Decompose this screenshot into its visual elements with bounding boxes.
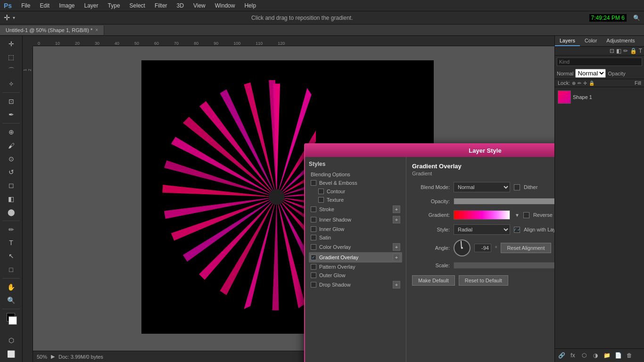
document-tab[interactable]: Untitled-1 @ 50% (Shape 1, RGB/8) * × [0,25,104,35]
lock-pixel-icon[interactable]: ✏ [578,81,581,86]
style-item-drop-shadow[interactable]: Drop Shadow + [309,280,402,290]
shape-tool[interactable]: □ [3,263,20,276]
magic-wand-tool[interactable]: ✧ [3,78,20,90]
menu-view[interactable]: View [190,1,209,10]
marquee-tool[interactable]: ⬚ [3,51,20,63]
angle-wheel[interactable] [454,239,471,256]
dither-checkbox[interactable] [514,184,520,190]
scale-slider[interactable] [454,262,554,269]
pattern-overlay-checkbox[interactable] [311,264,316,270]
gradient-overlay-add-button[interactable]: + [393,254,400,261]
lasso-tool[interactable]: ⌒ [3,64,20,76]
tab-adjustments[interactable]: Adjustments [602,36,640,46]
search-icon[interactable]: 🔍 [633,15,640,21]
text-tool[interactable]: T [3,237,20,249]
add-mask-icon[interactable]: ⬡ [579,351,589,360]
color-overlay-checkbox[interactable] [311,244,316,250]
layers-text-icon[interactable]: T [639,48,642,54]
tab-color[interactable]: Color [580,36,602,46]
gradient-preview[interactable] [454,210,510,220]
menu-help[interactable]: Help [240,1,260,10]
healing-tool[interactable]: ⊕ [3,126,20,138]
drop-shadow-checkbox[interactable] [311,282,316,288]
reset-alignment-button[interactable]: Reset Alignment [501,243,551,253]
inner-shadow-checkbox[interactable] [311,217,316,222]
pen-tool[interactable]: ✏ [3,223,20,236]
style-item-contour[interactable]: Contour [309,187,402,196]
style-item-bevel[interactable]: Bevel & Emboss [309,179,402,187]
align-checkbox[interactable]: ✓ [514,227,520,233]
eraser-tool[interactable]: ◻ [3,179,20,191]
style-item-satin[interactable]: Satin [309,233,402,242]
zoom-tool[interactable]: 🔍 [3,294,20,306]
inner-shadow-add-button[interactable]: + [393,216,400,223]
screen-mode[interactable]: ⬜ [3,348,20,360]
hand-tool[interactable]: ✋ [3,281,20,293]
angle-value-input[interactable] [474,244,491,252]
style-item-inner-shadow[interactable]: Inner Shadow + [309,214,402,225]
path-select-tool[interactable]: ↖ [3,250,20,262]
layers-lock-icon[interactable]: 🔒 [630,48,637,54]
menu-image[interactable]: Image [55,1,78,10]
tab-layers[interactable]: Layers [555,36,580,46]
opacity-slider[interactable] [454,198,554,205]
style-item-pattern-overlay[interactable]: Pattern Overlay [309,263,402,271]
menu-filter[interactable]: Filter [151,1,171,10]
menu-type[interactable]: Type [104,1,124,10]
make-default-button[interactable]: Make Default [412,275,455,286]
blending-options-item[interactable]: Blending Options [309,170,402,179]
layers-brush-icon[interactable]: ✏ [623,48,628,54]
gradient-chevron-icon[interactable]: ▼ [515,213,520,218]
style-item-inner-glow[interactable]: Inner Glow [309,225,402,233]
delete-layer-icon[interactable]: 🗑 [625,351,634,360]
satin-checkbox[interactable] [311,235,316,240]
menu-layer[interactable]: Layer [81,1,102,10]
color-overlay-add-button[interactable]: + [393,243,400,251]
style-item-outer-glow[interactable]: Outer Glow [309,271,402,280]
gradient-overlay-checkbox[interactable]: ✓ [311,255,316,260]
crop-tool[interactable]: ⊡ [3,95,20,107]
stroke-checkbox[interactable] [311,206,316,212]
inner-glow-checkbox[interactable] [311,226,316,232]
outer-glow-checkbox[interactable] [311,272,316,278]
blend-mode-select[interactable]: Normal Multiply Screen [454,182,510,192]
lock-move-icon[interactable]: ✛ [583,81,587,86]
link-layers-icon[interactable]: 🔗 [557,351,566,360]
history-tool[interactable]: ↺ [3,166,20,178]
menu-file[interactable]: File [17,1,34,10]
add-style-icon[interactable]: fx [568,351,578,360]
style-select[interactable]: Radial Linear Angle Reflected Diamond [454,224,510,235]
texture-checkbox[interactable] [318,197,324,203]
canvas-area[interactable]: 0 10 20 30 40 50 60 70 80 90 100 110 120… [23,36,554,362]
new-fill-icon[interactable]: ◑ [591,351,600,360]
tab-close-button[interactable]: × [95,27,98,33]
style-item-texture[interactable]: Texture [309,196,402,204]
lock-all-icon[interactable]: 🔒 [589,81,594,86]
lock-position-icon[interactable]: ⊕ [572,81,576,86]
style-item-stroke[interactable]: Stroke + [309,204,402,214]
tool-options-chevron[interactable]: ▾ [13,15,15,20]
eyedropper-tool[interactable]: ✒ [3,108,20,121]
quick-mask[interactable]: ⬡ [3,334,20,346]
reverse-checkbox[interactable] [523,212,529,218]
contour-checkbox[interactable] [318,189,324,194]
menu-select[interactable]: Select [126,1,149,10]
layer-item-shape1[interactable]: Shape 1 [557,89,642,105]
gradient-tool[interactable]: ◧ [3,192,20,205]
layers-pixel-icon[interactable]: ◧ [616,48,621,54]
style-item-gradient-overlay[interactable]: ✓ Gradient Overlay + [309,252,402,263]
menu-3d[interactable]: 3D [173,1,188,10]
menu-window[interactable]: Window [211,1,239,10]
new-group-icon[interactable]: 📁 [602,351,611,360]
foreground-color[interactable] [3,312,20,324]
stroke-add-button[interactable]: + [393,206,400,213]
brush-tool[interactable]: 🖌 [3,140,20,152]
kind-search-input[interactable] [557,58,642,66]
reset-default-button[interactable]: Reset to Default [459,275,508,286]
dodge-tool[interactable]: ⬤ [3,206,20,218]
new-layer-icon[interactable]: 📄 [613,351,623,360]
style-item-color-overlay[interactable]: Color Overlay + [309,242,402,252]
drop-shadow-add-button[interactable]: + [393,281,400,288]
bevel-checkbox[interactable] [311,180,316,186]
move-tool[interactable]: ✛ [3,38,20,50]
